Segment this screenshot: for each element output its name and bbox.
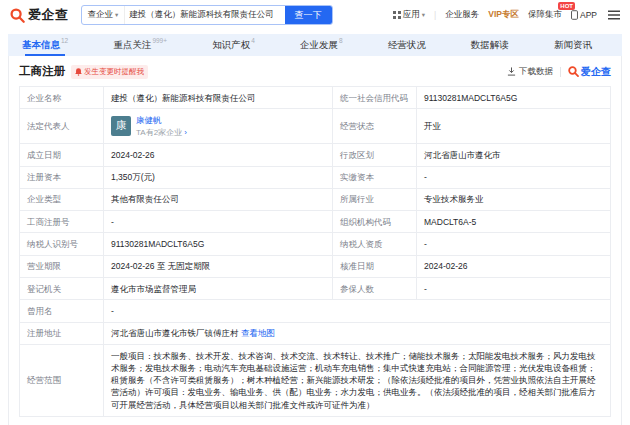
download-data-label: 下载数据 — [519, 66, 553, 78]
hot-badge: HOT — [558, 2, 575, 10]
nav-guarantee-market[interactable]: 保障集市 HOT — [528, 9, 562, 21]
table-row: 工商注册号-组织机构代码MADCLT6A-5 — [20, 211, 611, 233]
tab-bar: 基本信息12重点关注999+知识产权4企业发展8经营状况数据解读新闻资讯 — [8, 34, 622, 56]
table-row: 注册资本1,350万(元)实缴资本- — [20, 166, 611, 188]
field-label: 实缴资本 — [333, 166, 417, 188]
nav-app-download[interactable]: APP — [571, 10, 597, 20]
search-button[interactable]: 查一下 — [285, 6, 332, 24]
hamburger-menu-icon[interactable] — [608, 10, 620, 20]
nav-divider: | — [434, 10, 436, 20]
download-data-button[interactable]: 下载数据 — [507, 66, 553, 78]
main-content: 基本信息12重点关注999+知识产权4企业发展8经营状况数据解读新闻资讯 工商注… — [8, 34, 622, 425]
tab-count: 12 — [61, 37, 68, 44]
change-reminder-badge[interactable]: 发生变更时提醒我 — [71, 65, 148, 79]
tab-count: 999+ — [152, 37, 167, 44]
table-row: 经营范围一般项目：技术服务、技术开发、技术咨询、技术交流、技术转让、技术推广；储… — [20, 345, 611, 417]
field-label: 曾用名 — [20, 300, 104, 322]
field-value: 91130281MADCLT6A5G — [104, 233, 333, 255]
aiqicha-brand-badge: 爱企查 — [568, 65, 611, 79]
chevron-down-icon: ▾ — [115, 11, 118, 19]
nav-vip-zone[interactable]: VIP专区 — [488, 9, 519, 21]
section-header: 工商注册 发生变更时提醒我 下载数据 — [19, 64, 611, 79]
tab-1[interactable]: 基本信息12 — [22, 34, 68, 56]
field-value: 河北省唐山市遵化市 — [417, 144, 611, 166]
chevron-right-icon: › — [184, 128, 187, 137]
field-label: 行政区划 — [333, 144, 417, 166]
change-reminder-label: 发生变更时提醒我 — [84, 67, 144, 77]
magnifier-logo-icon — [10, 8, 25, 23]
field-label: 注册资本 — [20, 166, 104, 188]
field-value: MADCLT6A-5 — [417, 211, 611, 233]
field-label: 企业名称 — [20, 87, 104, 109]
field-label: 经营状态 — [333, 109, 417, 144]
legal-rep-name-link[interactable]: 康健帆 — [136, 114, 187, 126]
section-title: 工商注册 — [19, 64, 65, 79]
field-value: 一般项目：技术服务、技术开发、技术咨询、技术交流、技术转让、技术推广；储能技术服… — [104, 345, 611, 417]
search-category-label: 查企业 — [88, 9, 114, 21]
table-row: 企业名称建投（遵化）新能源科技有限责任公司统一社会信用代码91130281MAD… — [20, 87, 611, 109]
top-bar: 爱企查 查企业 ▾ 查一下 应用 ▾ | 企业服务 VIP专区 保障集市 HOT — [0, 0, 630, 30]
field-value: - — [104, 211, 333, 233]
field-label: 纳税人资质 — [333, 233, 417, 255]
tab-label: 新闻资讯 — [554, 39, 592, 52]
field-value: 专业技术服务业 — [417, 188, 611, 210]
field-label: 成立日期 — [20, 144, 104, 166]
table-row: 营业期限2024-02-26 至 无固定期限核准日期2024-02-26 — [20, 255, 611, 277]
tab-5[interactable]: 经营状况 — [388, 34, 426, 56]
field-value: 建投（遵化）新能源科技有限责任公司 — [104, 87, 333, 109]
chevron-down-icon: ▾ — [422, 11, 425, 19]
apps-grid-icon — [393, 11, 401, 19]
tab-label: 经营状况 — [388, 39, 426, 52]
field-label: 营业期限 — [20, 255, 104, 277]
tab-6[interactable]: 数据解读 — [471, 34, 509, 56]
tab-label: 数据解读 — [471, 39, 509, 52]
search-input[interactable] — [125, 6, 284, 24]
field-value: - — [104, 300, 611, 322]
table-row: 成立日期2024-02-26行政区划河北省唐山市遵化市 — [20, 144, 611, 166]
tab-7[interactable]: 新闻资讯 — [554, 34, 592, 56]
field-label: 企业类型 — [20, 188, 104, 210]
tab-label: 知识产权 — [212, 39, 250, 52]
nav-enterprise-service[interactable]: 企业服务 — [445, 9, 479, 21]
field-value: 1,350万(元) — [104, 166, 333, 188]
field-label: 法定代表人 — [20, 109, 104, 144]
legal-rep-companies-link[interactable]: TA有2家企业 › — [136, 127, 187, 139]
bell-icon — [75, 68, 82, 76]
tab-count: 8 — [339, 37, 343, 44]
tab-3[interactable]: 知识产权4 — [212, 34, 255, 56]
field-value: 2024-02-26 至 无固定期限 — [104, 255, 333, 277]
search-category-dropdown[interactable]: 查企业 ▾ — [82, 6, 126, 24]
field-label: 组织机构代码 — [333, 211, 417, 233]
field-label: 工商注册号 — [20, 211, 104, 233]
table-row: 曾用名- — [20, 300, 611, 322]
nav-apps[interactable]: 应用 ▾ — [393, 9, 425, 21]
field-label: 登记机关 — [20, 278, 104, 300]
field-value: 91130281MADCLT6A5G — [417, 87, 611, 109]
table-row: 企业类型其他有限责任公司所属行业专业技术服务业 — [20, 188, 611, 210]
aiqicha-logo[interactable]: 爱企查 — [10, 6, 69, 24]
logo-text: 爱企查 — [28, 6, 69, 24]
field-value: - — [417, 278, 611, 300]
search-box: 查企业 ▾ 查一下 — [81, 5, 333, 25]
field-label: 纳税人识别号 — [20, 233, 104, 255]
registration-table: 企业名称建投（遵化）新能源科技有限责任公司统一社会信用代码91130281MAD… — [19, 86, 611, 417]
field-label: 注册地址 — [20, 322, 104, 344]
nav-enterprise-label: 企业服务 — [445, 9, 479, 21]
field-value: 遵化市市场监督管理局 — [104, 278, 333, 300]
nav-apps-label: 应用 — [403, 9, 420, 21]
field-value: - — [417, 166, 611, 188]
nav-market-label: 保障集市 — [528, 9, 562, 21]
field-value: - — [417, 233, 611, 255]
field-value: 河北省唐山市遵化市铁厂镇傅庄村 查看地图 — [104, 322, 611, 344]
avatar: 康 — [111, 116, 131, 136]
field-value: 其他有限责任公司 — [104, 188, 333, 210]
field-value: 开业 — [417, 109, 611, 144]
tab-4[interactable]: 企业发展8 — [300, 34, 343, 56]
vertical-divider — [560, 67, 561, 77]
view-map-link[interactable]: 查看地图 — [241, 328, 275, 338]
tab-count: 4 — [251, 37, 255, 44]
registration-table-body: 企业名称建投（遵化）新能源科技有限责任公司统一社会信用代码91130281MAD… — [20, 87, 611, 417]
phone-icon — [571, 10, 578, 20]
table-row: 注册地址河北省唐山市遵化市铁厂镇傅庄村 查看地图 — [20, 322, 611, 344]
tab-2[interactable]: 重点关注999+ — [113, 34, 167, 56]
